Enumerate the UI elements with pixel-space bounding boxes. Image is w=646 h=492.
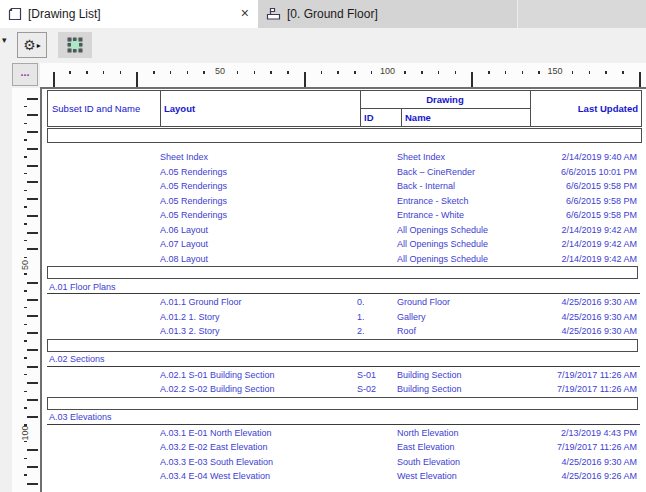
ruler-tick xyxy=(27,315,38,317)
ruler-tick xyxy=(27,382,38,384)
table-row: A.06 LayoutAll Openings Schedule2/14/201… xyxy=(47,223,640,238)
cell-layout: A.08 Layout xyxy=(160,252,208,267)
cell-updated: 6/6/2015 9:58 PM xyxy=(566,194,637,209)
ruler-tick xyxy=(27,466,38,468)
tab-drawing-list[interactable]: [Drawing List] × xyxy=(0,0,258,28)
ruler-dot xyxy=(24,474,27,476)
cell-name: Sheet Index xyxy=(397,150,445,165)
header-separator-box xyxy=(47,128,642,143)
ruler-tick xyxy=(136,72,138,87)
header-last-updated: Last Updated xyxy=(578,91,638,126)
ruler-tick xyxy=(203,71,205,74)
cell-name: Entrance - Sketch xyxy=(397,194,469,209)
cell-layout: A.05 Renderings xyxy=(160,208,227,223)
ruler-dot xyxy=(24,374,27,376)
cell-id: S-02 xyxy=(357,382,376,397)
cell-updated: 2/14/2019 9:42 AM xyxy=(561,237,637,252)
cell-layout: A.07 Layout xyxy=(160,237,208,252)
ruler-dot xyxy=(24,324,27,326)
table-row: A.07 LayoutAll Openings Schedule2/14/201… xyxy=(47,237,640,252)
ruler-tick xyxy=(27,483,38,485)
ruler-dot xyxy=(24,223,27,225)
ruler-label: 150 xyxy=(545,66,565,76)
ruler-dot xyxy=(24,173,27,175)
drawing-canvas[interactable]: Subset ID and Name Layout Drawing ID Nam… xyxy=(40,87,646,492)
ruler-tick xyxy=(371,71,373,74)
header-divider xyxy=(160,91,161,126)
cell-updated: 7/19/2017 11:26 AM xyxy=(557,440,637,455)
table-row: A.01.1 Ground Floor0.Ground Floor4/25/20… xyxy=(47,295,640,310)
cell-id: 1. xyxy=(357,310,365,325)
ruler-tick xyxy=(471,72,473,87)
settings-button[interactable]: ⚙ ▸ xyxy=(17,32,47,58)
ruler-tick xyxy=(153,71,155,74)
ruler-options-button[interactable]: ... xyxy=(12,63,38,86)
ruler-tick xyxy=(27,248,38,250)
drawing-list-rows: Sheet IndexSheet Index2/14/2019 9:40 AMA… xyxy=(47,150,640,490)
table-row: A.05 RenderingsEntrance - White6/6/2015 … xyxy=(47,208,640,223)
header-name: Name xyxy=(405,108,431,126)
cell-updated: 2/13/2019 4:43 PM xyxy=(561,426,637,441)
ruler-dot xyxy=(24,407,27,409)
ruler-tick xyxy=(27,349,38,351)
cell-updated: 6/6/2015 9:58 PM xyxy=(566,208,637,223)
ruler-dot xyxy=(24,139,27,141)
cell-updated: 7/19/2017 11:26 AM xyxy=(557,382,637,397)
close-icon[interactable]: × xyxy=(241,5,249,21)
ruler-dot xyxy=(24,307,27,309)
ruler-dot xyxy=(24,357,27,359)
ruler-tick xyxy=(27,165,38,167)
ruler-tick xyxy=(589,71,591,74)
cell-name: East Elevation xyxy=(397,440,455,455)
cell-name: Back - Internal xyxy=(397,179,455,194)
header-drawing: Drawing xyxy=(360,91,530,108)
cell-updated: 4/25/2016 9:30 AM xyxy=(561,455,637,470)
ruler-dot xyxy=(24,458,27,460)
header-subset-id: Subset ID and Name xyxy=(52,91,140,126)
tab-ground-floor[interactable]: [0. Ground Floor] xyxy=(258,0,518,28)
ruler-dot xyxy=(24,156,27,158)
toolbar-dropdown-arrow-icon[interactable]: ▾ xyxy=(2,35,7,45)
marquee-button[interactable] xyxy=(58,32,92,58)
ruler-tick xyxy=(287,71,289,74)
table-row: A.02.1 S-01 Building SectionS-01Building… xyxy=(47,368,640,383)
cell-updated: 7/19/2017 11:26 AM xyxy=(557,368,637,383)
header-divider xyxy=(530,91,531,126)
ruler-tick xyxy=(237,71,239,74)
horizontal-ruler: 50100150 xyxy=(40,63,646,87)
cell-id: S-01 xyxy=(357,368,376,383)
cell-updated: 4/25/2016 9:30 AM xyxy=(561,310,637,325)
ruler-tick xyxy=(605,71,607,74)
ruler-tick xyxy=(187,71,189,74)
ruler-tick xyxy=(421,71,423,74)
cell-layout: A.01.1 Ground Floor xyxy=(160,295,242,310)
ruler-tick xyxy=(455,71,457,74)
ruler-tick xyxy=(27,416,38,418)
cell-name: North Elevation xyxy=(397,426,459,441)
ruler-tick xyxy=(170,71,172,74)
flyout-arrow-icon: ▸ xyxy=(37,41,41,50)
ruler-tick xyxy=(27,449,38,451)
header-divider xyxy=(401,108,402,126)
cell-id: 2. xyxy=(357,324,365,339)
marquee-selection-icon xyxy=(65,35,85,55)
ruler-tick xyxy=(27,198,38,200)
ruler-tick xyxy=(27,232,38,234)
ruler-label: 100 xyxy=(16,424,34,442)
subset-header-row: A.01 Floor Plans xyxy=(47,281,640,295)
separator-row xyxy=(47,339,638,352)
ruler-tick xyxy=(622,71,624,74)
separator-row xyxy=(47,397,638,410)
ruler-tick xyxy=(27,366,38,368)
ruler-tick xyxy=(27,181,38,183)
ruler-tick xyxy=(53,72,55,87)
cell-layout: A.05 Renderings xyxy=(160,179,227,194)
ruler-tick xyxy=(120,71,122,74)
ruler-dot xyxy=(24,273,27,275)
cell-layout: A.01.2 1. Story xyxy=(160,310,220,325)
cell-layout: Sheet Index xyxy=(160,150,208,165)
application-window: [Drawing List] × [0. Ground Floor] ▾ ⚙ ▸ xyxy=(0,0,646,492)
separator-row xyxy=(47,266,638,279)
cell-layout: A.03.3 E-03 South Elevation xyxy=(160,455,273,470)
ruler-tick xyxy=(254,71,256,74)
